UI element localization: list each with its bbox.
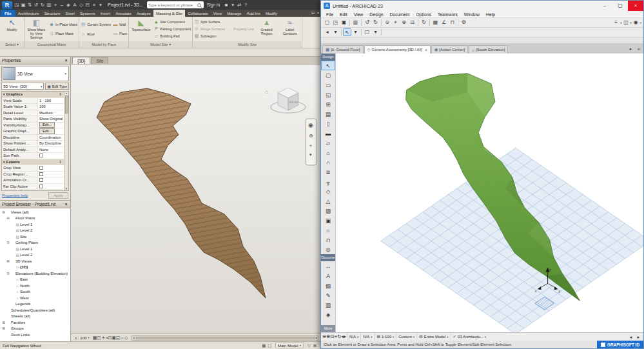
curtain-system-button[interactable]: ▤Curtain System xyxy=(81,22,111,27)
merge-surfaces-button[interactable]: ⊞Merge Surfaces xyxy=(194,26,225,32)
dropdown-icon[interactable]: ▾ xyxy=(413,335,415,339)
tab-menu-icon[interactable]: ≡ xyxy=(635,45,642,54)
property-value[interactable]: None xyxy=(38,148,64,152)
property-row-show-hidden[interactable]: Show Hidden ...By Discipline xyxy=(2,141,64,147)
tree-toggle-icon[interactable]: ⊟ xyxy=(6,216,10,220)
signin-button[interactable]: Sign In xyxy=(207,3,220,7)
viewcube[interactable]: ⌂ FRONT xyxy=(265,88,306,113)
grid-snap-icon[interactable]: ▦ xyxy=(431,19,440,26)
worksets-icon[interactable]: ▦ xyxy=(261,343,267,348)
tree-toggle-icon[interactable]: ⊞ xyxy=(1,326,6,330)
zoom-icon[interactable]: ⊕ xyxy=(309,133,313,139)
properties-header[interactable]: Properties × xyxy=(0,57,70,65)
marquee-tool-icon[interactable]: ▢ xyxy=(321,70,335,80)
new-icon[interactable]: ▢ xyxy=(323,19,331,26)
split-surface-button[interactable]: ◫Split Surface xyxy=(194,19,225,25)
property-value[interactable] xyxy=(38,166,64,170)
object-tool-icon[interactable]: ▣ xyxy=(321,215,335,225)
undo-icon[interactable]: ↺ xyxy=(33,2,39,8)
filter-icon[interactable]: ▽ xyxy=(306,343,312,348)
property-value[interactable]: Show Original xyxy=(38,117,64,121)
ribbon-tab-insert[interactable]: Insert xyxy=(98,10,113,17)
revit-app-menu-button[interactable]: R xyxy=(2,1,12,9)
view-tab-3d[interactable]: {3D} xyxy=(72,57,90,64)
fit-in-window-icon[interactable]: ⊡ xyxy=(408,19,416,26)
options-left-icon[interactable]: ◂ xyxy=(627,334,634,340)
slab-tool-icon[interactable]: ▱ xyxy=(321,138,335,148)
shell-tool-icon[interactable]: ∩ xyxy=(321,157,335,167)
search-icon[interactable] xyxy=(197,3,201,7)
exchange-apps-icon[interactable]: ⇄ xyxy=(236,2,242,8)
zoom-value[interactable]: N/A▾ xyxy=(347,333,360,341)
wall-button[interactable]: ▬Wall xyxy=(113,22,127,26)
property-value[interactable]: Coordination xyxy=(38,135,64,139)
toolbox-section-design[interactable]: Design xyxy=(321,54,335,61)
type-selector[interactable]: 3D View ▾ xyxy=(1,66,69,81)
crop-region-icon[interactable]: ▣ xyxy=(112,335,116,340)
browser-item-elevations-building-elevation[interactable]: ⊟Elevations (Building Elevation) xyxy=(0,270,70,277)
project-browser-header[interactable]: Project Browser - Project1.rvt × xyxy=(0,201,70,208)
toolbox-section-docume[interactable]: Docume xyxy=(321,254,335,261)
window-tool-icon[interactable]: ⊞ xyxy=(321,99,335,109)
browser-item-floor-plans[interactable]: ⊟Floor Plans xyxy=(0,215,70,222)
ribbon-cycle-icon[interactable]: ⊟ xyxy=(310,10,316,17)
browser-item-site[interactable]: ▤Site xyxy=(0,234,70,240)
label-tool-icon[interactable]: ✎ xyxy=(321,290,335,300)
ribbon-tab-systems[interactable]: Systems xyxy=(77,10,98,17)
tree-toggle-icon[interactable]: ⊟ xyxy=(1,210,6,214)
tree-toggle-icon[interactable]: ⊟ xyxy=(6,241,10,244)
close-button[interactable]: × xyxy=(628,1,643,11)
dropdown-icon[interactable]: ▾ xyxy=(447,335,448,339)
edit-button[interactable]: Edit... xyxy=(39,128,55,134)
modify-button[interactable]: ↖Modify xyxy=(1,17,23,41)
section-toggle-icon[interactable]: ▾ xyxy=(3,92,5,96)
menu-view[interactable]: View xyxy=(351,11,367,17)
lamp-tool-icon[interactable]: ☼ xyxy=(321,225,335,235)
3d-view-icon[interactable]: ◇ xyxy=(78,2,84,8)
scale-value[interactable]: ⊞1:100▾ xyxy=(375,333,396,341)
browser-item-south[interactable]: ⌂South xyxy=(0,289,70,295)
browser-item-schedules-quantities-all[interactable]: Schedules/Quantities (all) xyxy=(0,307,70,314)
panel-label[interactable]: Model Site ▾ xyxy=(129,41,192,48)
browser-item-3d-views[interactable]: ⊟3D Views xyxy=(0,258,70,264)
temporary-hide-icon[interactable]: ◱ xyxy=(116,335,121,340)
scroll-left-icon[interactable]: ◂ xyxy=(133,336,134,339)
scroll-down-icon[interactable]: ▾ xyxy=(66,187,67,190)
browser-item-sheets-all[interactable]: Sheets (all) xyxy=(0,314,70,320)
property-row-parts-visibility[interactable]: Parts VisibilityShow Original xyxy=(2,116,64,123)
mesh-tool-icon[interactable]: △ xyxy=(321,196,335,206)
tag-icon[interactable]: ◈ xyxy=(65,2,72,8)
checkbox[interactable] xyxy=(39,184,43,188)
column-tool-icon[interactable]: ▯ xyxy=(321,119,335,128)
quick-views-icon[interactable]: ◫ xyxy=(621,19,630,26)
property-value[interactable]: Medium xyxy=(38,111,64,115)
property-section-extents[interactable]: ▾Extents⇕ xyxy=(2,159,64,166)
browser-item-level-1[interactable]: ▤Level 1 xyxy=(0,221,70,228)
redo-icon[interactable]: ↻ xyxy=(371,19,380,26)
revit-3d-scene[interactable]: ⌂ FRONT ◉ ⊕ ⌖ ▾ xyxy=(71,65,320,334)
beam-tool-icon[interactable]: ▬ xyxy=(321,128,335,138)
scroll-thumb[interactable] xyxy=(136,337,315,339)
scroll-up-icon[interactable]: ▴ xyxy=(66,92,67,95)
design-options-icon[interactable]: ▢ xyxy=(267,343,273,348)
close-tab-icon[interactable]: × xyxy=(425,48,427,52)
section-toggle-icon[interactable]: ▾ xyxy=(3,160,5,164)
property-row-detail-level[interactable]: Detail LevelMedium xyxy=(2,110,64,117)
close-icon[interactable]: × xyxy=(64,202,68,206)
properties-scrollbar[interactable]: ▴ ▾ xyxy=(64,92,68,190)
checkbox[interactable] xyxy=(39,154,43,157)
settings-icon[interactable]: ⚙ xyxy=(460,19,468,26)
section-icon[interactable]: ⊟ xyxy=(84,2,91,8)
measure-icon[interactable]: ⌖ xyxy=(52,2,59,8)
tree-toggle-icon[interactable]: ⊟ xyxy=(6,272,10,275)
marquee-tool-icon[interactable]: ▢ xyxy=(363,28,371,36)
door-tool-icon[interactable]: ◱ xyxy=(321,90,335,99)
text-icon[interactable]: A xyxy=(72,2,78,8)
active-design-option-select[interactable]: Main Model ▾ xyxy=(275,343,304,348)
show-mass-by-view-settings-button[interactable]: ◧Show Mass by View Settings xyxy=(26,17,47,41)
qat-dropdown-icon[interactable]: ▾ xyxy=(97,2,104,8)
guide-lines-icon[interactable]: ∠ xyxy=(440,19,448,26)
ribbon-tab-steel[interactable]: Steel xyxy=(63,10,77,17)
dropdown-icon[interactable]: ▾ xyxy=(331,28,340,36)
edit-button[interactable]: Edit... xyxy=(39,122,55,128)
